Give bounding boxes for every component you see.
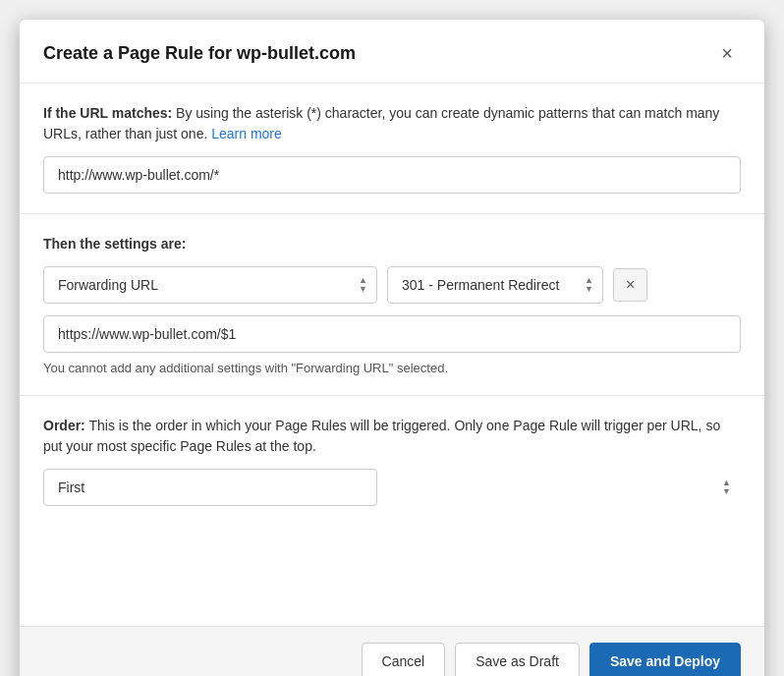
learn-more-link[interactable]: Learn more xyxy=(211,126,282,141)
redirect-type-wrapper: 301 - Permanent Redirect 302 - Temporary… xyxy=(387,266,603,304)
destination-url-input[interactable] xyxy=(43,315,741,353)
save-deploy-button[interactable]: Save and Deploy xyxy=(589,643,741,676)
save-draft-button[interactable]: Save as Draft xyxy=(455,643,580,676)
url-section: If the URL matches: By using the asteris… xyxy=(20,84,764,214)
order-label: Order: This is the order in which your P… xyxy=(43,416,741,457)
settings-row: Forwarding URL Always Use HTTPS Browser … xyxy=(43,266,741,304)
url-input[interactable] xyxy=(43,156,741,194)
create-page-rule-modal: Create a Page Rule for wp-bullet.com × I… xyxy=(20,20,764,676)
settings-label: Then the settings are: xyxy=(43,234,741,254)
order-section: Order: This is the order in which your P… xyxy=(20,396,764,526)
cancel-button[interactable]: Cancel xyxy=(362,643,446,676)
forwarding-url-wrapper: Forwarding URL Always Use HTTPS Browser … xyxy=(43,266,377,304)
order-select-wrapper: First Second Third Last ▲ ▼ xyxy=(43,469,741,506)
order-select-arrow: ▲ ▼ xyxy=(722,479,731,496)
modal-title: Create a Page Rule for wp-bullet.com xyxy=(43,43,356,64)
modal-footer: Cancel Save as Draft Save and Deploy xyxy=(20,626,764,676)
forwarding-url-select[interactable]: Forwarding URL Always Use HTTPS Browser … xyxy=(43,266,377,304)
modal-body: If the URL matches: By using the asteris… xyxy=(20,84,764,626)
modal-header: Create a Page Rule for wp-bullet.com × xyxy=(20,20,764,84)
close-button[interactable]: × xyxy=(713,39,741,67)
url-section-label: If the URL matches: By using the asteris… xyxy=(43,103,741,144)
remove-setting-button[interactable]: × xyxy=(613,268,647,302)
order-select[interactable]: First Second Third Last xyxy=(43,469,377,506)
redirect-type-select[interactable]: 301 - Permanent Redirect 302 - Temporary… xyxy=(387,266,603,304)
forwarding-info-text: You cannot add any additional settings w… xyxy=(43,361,741,375)
settings-section: Then the settings are: Forwarding URL Al… xyxy=(20,214,764,396)
